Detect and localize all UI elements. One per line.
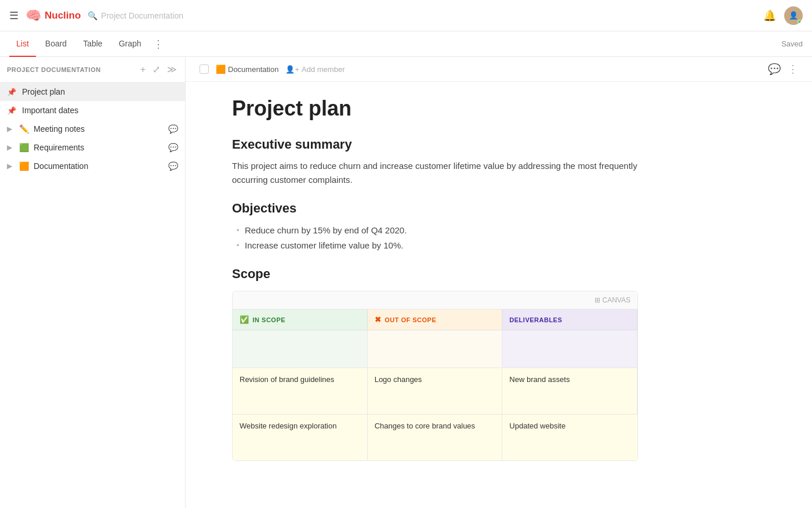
comment-icon: 💬: [168, 161, 178, 171]
canvas-text: CANVAS: [603, 296, 630, 304]
objective-item-2: Increase customer lifetime value by 10%.: [237, 238, 638, 253]
spacer-deliverables: [502, 330, 637, 368]
breadcrumb: 🟧 Documentation: [216, 64, 278, 74]
canvas-card-logo[interactable]: Logo changes: [368, 368, 503, 414]
inscope-label: IN SCOPE: [253, 316, 286, 323]
canvas-card-brand-values[interactable]: Changes to core brand values: [368, 414, 503, 460]
canvas-grid: ✅ IN SCOPE ✖ OUT OF SCOPE DELIVERABLES: [233, 309, 637, 460]
tab-graph[interactable]: Graph: [112, 31, 148, 57]
canvas-card-new-brand[interactable]: New brand assets: [502, 368, 637, 414]
canvas-card-updated-website[interactable]: Updated website: [502, 414, 637, 460]
tab-bar: List Board Table Graph ⋮ Saved: [0, 31, 812, 57]
content-toolbar: 🟧 Documentation 👤+ Add member 💬 ⋮: [186, 57, 812, 82]
avatar[interactable]: 👤: [784, 6, 803, 25]
outscope-icon: ✖: [375, 315, 382, 324]
objective-item-1: Reduce churn by 15% by end of Q4 2020.: [237, 223, 638, 238]
content-body: Project plan Executive summary This proj…: [186, 82, 684, 484]
sidebar-header: PROJECT DOCUMENTATION + ⤢ ≫: [0, 57, 185, 82]
sidebar-item-project-plan[interactable]: 📌 Project plan: [0, 82, 185, 101]
chevron-right-icon: ▶: [7, 162, 12, 170]
tab-list[interactable]: List: [9, 31, 36, 57]
executive-summary-heading: Executive summary: [232, 137, 638, 152]
sidebar-item-label: Documentation: [34, 161, 164, 171]
top-nav: ☰ 🧠 Nuclino 🔍 Project Documentation 🔔 👤: [0, 0, 812, 31]
pin-icon: 📌: [7, 88, 16, 96]
sidebar-expand-button[interactable]: ⤢: [151, 63, 161, 76]
spacer-outscope: [368, 330, 503, 368]
sidebar-header-actions: + ⤢ ≫: [139, 63, 178, 76]
column-header-outscope: ✖ OUT OF SCOPE: [368, 309, 503, 330]
canvas-board: ⊞ CANVAS ✅ IN SCOPE ✖ OUT OF SCOPE: [232, 291, 638, 461]
sidebar-item-label: Important dates: [22, 106, 178, 115]
sidebar-item-label: Project plan: [22, 87, 178, 96]
outscope-label: OUT OF SCOPE: [385, 316, 436, 323]
content-actions: 💬 ⋮: [768, 63, 798, 75]
canvas-header: ⊞ CANVAS: [233, 291, 637, 309]
sidebar-add-button[interactable]: +: [139, 63, 147, 76]
card-text: Updated website: [509, 421, 566, 430]
executive-summary-text: This project aims to reduce churn and in…: [232, 159, 638, 187]
content-area: 🟧 Documentation 👤+ Add member 💬 ⋮ Projec…: [186, 57, 812, 508]
card-text: Revision of brand guidelines: [240, 375, 334, 384]
green-square-icon: 🟩: [19, 143, 29, 152]
tab-more-button[interactable]: ⋮: [153, 38, 164, 51]
select-checkbox[interactable]: [200, 64, 209, 74]
chevron-right-icon: ▶: [7, 125, 12, 133]
avatar-status-dot: [798, 20, 802, 24]
spacer-inscope: [233, 330, 368, 368]
add-member-icon: 👤+: [285, 65, 299, 74]
scope-heading: Scope: [232, 266, 638, 282]
canvas-card-revision[interactable]: Revision of brand guidelines: [233, 368, 368, 414]
logo[interactable]: 🧠 Nuclino: [26, 8, 81, 23]
comment-icon: 💬: [168, 143, 178, 152]
add-member-label: Add member: [302, 65, 345, 74]
search-bar[interactable]: 🔍 Project Documentation: [88, 11, 756, 20]
card-text: Logo changes: [375, 375, 422, 384]
comment-icon: 💬: [168, 124, 178, 134]
chevron-right-icon: ▶: [7, 143, 12, 152]
logo-text: Nuclino: [45, 10, 81, 21]
card-text: New brand assets: [509, 375, 570, 384]
saved-status: Saved: [781, 39, 803, 48]
column-header-deliverables: DELIVERABLES: [502, 309, 637, 330]
more-options-button[interactable]: ⋮: [788, 63, 798, 75]
search-icon: 🔍: [88, 11, 97, 20]
objectives-heading: Objectives: [232, 201, 638, 216]
sidebar-collapse-button[interactable]: ≫: [166, 63, 178, 76]
sidebar-item-documentation[interactable]: ▶ 🟧 Documentation 💬: [0, 157, 185, 175]
orange-square-icon: 🟧: [19, 161, 29, 171]
breadcrumb-text: Documentation: [228, 65, 278, 74]
sidebar-item-label: Requirements: [34, 143, 164, 152]
hamburger-menu[interactable]: ☰: [9, 9, 19, 22]
card-text: Changes to core brand values: [375, 421, 475, 430]
bell-icon[interactable]: 🔔: [763, 9, 776, 22]
comment-button[interactable]: 💬: [768, 63, 781, 75]
sidebar-item-requirements[interactable]: ▶ 🟩 Requirements 💬: [0, 138, 185, 157]
document-title: Project plan: [232, 96, 638, 121]
sidebar-item-label: Meeting notes: [34, 124, 164, 134]
main-layout: PROJECT DOCUMENTATION + ⤢ ≫ 📌 Project pl…: [0, 57, 812, 508]
logo-icon: 🧠: [26, 8, 41, 23]
objectives-list: Reduce churn by 15% by end of Q4 2020. I…: [232, 223, 638, 253]
breadcrumb-icon: 🟧: [216, 64, 226, 74]
column-header-inscope: ✅ IN SCOPE: [233, 309, 368, 330]
card-text: Website redesign exploration: [240, 421, 336, 430]
sidebar-item-important-dates[interactable]: 📌 Important dates: [0, 101, 185, 120]
inscope-icon: ✅: [240, 315, 249, 324]
search-placeholder: Project Documentation: [101, 11, 183, 20]
pin-icon: 📌: [7, 106, 16, 115]
tab-table[interactable]: Table: [76, 31, 109, 57]
deliverables-label: DELIVERABLES: [509, 316, 562, 323]
sidebar: PROJECT DOCUMENTATION + ⤢ ≫ 📌 Project pl…: [0, 57, 186, 508]
sidebar-header-label: PROJECT DOCUMENTATION: [7, 66, 101, 73]
add-member-button[interactable]: 👤+ Add member: [285, 65, 345, 74]
pencil-icon: ✏️: [19, 124, 29, 134]
avatar-image: 👤: [789, 11, 798, 20]
top-nav-right: 🔔 👤: [763, 6, 803, 25]
tab-board[interactable]: Board: [38, 31, 74, 57]
canvas-icon: ⊞: [594, 296, 600, 304]
sidebar-item-meeting-notes[interactable]: ▶ ✏️ Meeting notes 💬: [0, 120, 185, 138]
canvas-card-website[interactable]: Website redesign exploration: [233, 414, 368, 460]
canvas-label: ⊞ CANVAS: [594, 296, 630, 304]
